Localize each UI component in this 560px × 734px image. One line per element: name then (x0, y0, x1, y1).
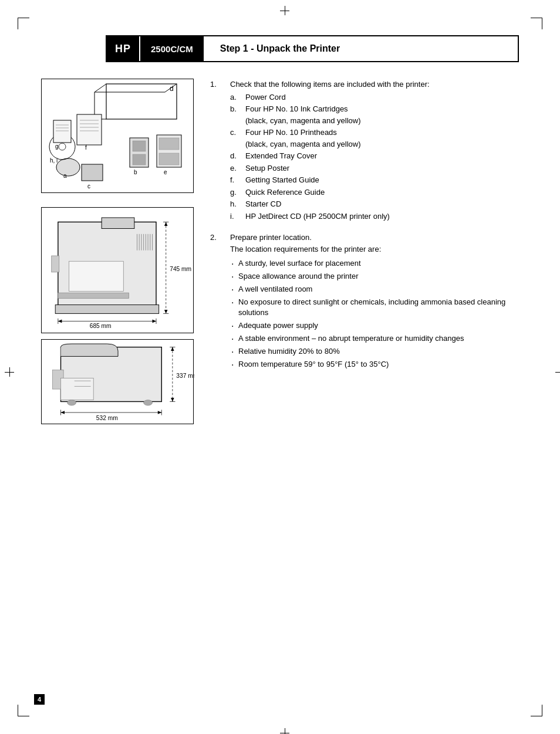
svg-marker-64 (61, 411, 65, 414)
svg-point-55 (144, 400, 153, 405)
step-1-subitem: a.Power Cord (230, 92, 519, 103)
svg-rect-27 (55, 305, 158, 314)
svg-rect-51 (61, 378, 94, 400)
bullet-item: A stable environment – no abrupt tempera… (230, 333, 519, 344)
subitem-sub: (black, cyan, magenta and yellow) (245, 115, 361, 127)
header-hp-logo: HP (107, 36, 139, 61)
svg-point-12 (56, 158, 80, 176)
subitem-text: Getting Started Guide (245, 174, 319, 186)
step-1-intro: Check that the following items are inclu… (230, 79, 519, 90)
crop-mark-tl (18, 18, 29, 29)
step-2-item: 2. Prepare printer location. The locatio… (210, 232, 519, 372)
svg-rect-26 (102, 218, 134, 229)
subitem-text: Four HP No. 10 Ink Cartridges(black, cya… (245, 103, 361, 126)
subitem-label: h. (230, 198, 241, 210)
svg-marker-59 (171, 347, 174, 351)
svg-rect-13 (82, 164, 103, 181)
label-b: b (134, 169, 137, 175)
step-1-subitem: b.Four HP No. 10 Ink Cartridges(black, c… (230, 103, 519, 126)
front-dim-svg: 745 mm 685 mm (42, 208, 194, 334)
printer-contents-illustration: d b e a c (41, 79, 194, 193)
step-1-subitem: g.Quick Reference Guide (230, 187, 519, 198)
step-1-sublist: a.Power Cordb.Four HP No. 10 Ink Cartrid… (230, 92, 519, 222)
printer-front-dimension-illustration: 745 mm 685 mm (41, 207, 194, 333)
label-h-i: h, i (50, 157, 58, 164)
step-1-item: 1. Check that the following items are in… (210, 79, 519, 222)
bullet-item: A sturdy, level surface for placement (230, 258, 519, 269)
label-a: a (63, 172, 67, 179)
step-1-subitem: c.Four HP No. 10 Printheads(black, cyan,… (230, 127, 519, 150)
subitem-text: HP JetDirect CD (HP 2500CM printer only) (245, 211, 390, 222)
header-title: Step 1 - Unpack the Printer (204, 43, 518, 54)
step-2-content: Prepare printer location. The location r… (230, 232, 519, 372)
height-dim-label: 745 mm (170, 266, 191, 272)
content-area: d b e a c (41, 79, 519, 424)
depth-dim-svg: 337 mm 532 mm (42, 340, 194, 425)
svg-marker-48 (153, 320, 157, 323)
header-bar: HP 2500C/CM Step 1 - Unpack the Printer (106, 35, 519, 62)
label-f: f (85, 144, 87, 151)
subitem-label: b. (230, 103, 241, 126)
label-c: c (87, 183, 90, 190)
label-g: g (55, 143, 59, 150)
step-2-bullets: A sturdy, level surface for placementSpa… (230, 258, 519, 370)
step-1-subitem: i.HP JetDirect CD (HP 2500CM printer onl… (230, 211, 519, 222)
step-1-content: Check that the following items are inclu… (230, 79, 519, 222)
printer-depth-dimension-illustration: 337 mm 532 mm (41, 339, 194, 424)
subitem-text: Extended Tray Cover (245, 150, 317, 162)
contents-svg: d b e a c (42, 79, 194, 194)
svg-marker-43 (164, 310, 168, 314)
crop-mark-tr (531, 18, 542, 29)
label-d: d (170, 84, 174, 93)
crop-mark-bl (18, 705, 29, 716)
page: HP 2500C/CM Step 1 - Unpack the Printer … (0, 0, 560, 734)
svg-rect-16 (53, 120, 71, 143)
subitem-label: c. (230, 127, 241, 150)
svg-rect-10 (159, 138, 179, 150)
svg-point-54 (68, 400, 76, 405)
subitem-text: Four HP No. 10 Printheads(black, cyan, m… (245, 127, 361, 150)
svg-rect-29 (58, 293, 129, 298)
subitem-label: a. (230, 92, 241, 103)
svg-rect-30 (52, 256, 59, 272)
step-1-subitem: e.Setup Poster (230, 163, 519, 174)
svg-rect-0 (106, 84, 177, 119)
bullet-item: Room temperature 59° to 95°F (15° to 35°… (230, 359, 519, 370)
step-2-number: 2. (210, 232, 223, 372)
svg-line-1 (95, 84, 106, 92)
subitem-text: Starter CD (245, 198, 281, 210)
svg-point-15 (59, 143, 66, 150)
svg-rect-11 (159, 153, 179, 165)
svg-marker-60 (171, 398, 174, 402)
svg-marker-42 (164, 222, 168, 226)
step-1-subitem: h.Starter CD (230, 198, 519, 210)
svg-marker-65 (158, 411, 162, 414)
bullet-item: A well ventilated room (230, 284, 519, 295)
subitem-label: e. (230, 163, 241, 174)
header-model: 2500C/CM (139, 36, 204, 61)
subitem-label: f. (230, 174, 241, 186)
bullet-item: No exposure to direct sunlight or chemic… (230, 297, 519, 319)
subitem-text: Power Cord (245, 92, 286, 103)
subitem-sub: (black, cyan, magenta and yellow) (245, 138, 361, 150)
bullet-item: Space allowance around the printer (230, 271, 519, 282)
subitem-label: d. (230, 150, 241, 162)
width-dim-label: 685 mm (90, 323, 112, 329)
main-list: 1. Check that the following items are in… (210, 79, 519, 372)
step-1-subitem: d.Extended Tray Cover (230, 150, 519, 162)
step-1-subitem: f.Getting Started Guide (230, 174, 519, 186)
svg-rect-7 (133, 141, 146, 151)
subitem-text: Setup Poster (245, 163, 289, 174)
page-number: 4 (34, 694, 45, 705)
svg-rect-20 (77, 114, 102, 145)
step-2-intro: Prepare printer location. (230, 232, 519, 243)
crop-mark-br (531, 705, 542, 716)
depth-height-label: 337 mm (176, 373, 194, 379)
subitem-label: i. (230, 211, 241, 222)
bullet-item: Relative humidity 20% to 80% (230, 346, 519, 357)
step-2-sub-intro: The location requirements for the printe… (230, 243, 519, 255)
svg-rect-8 (133, 154, 146, 165)
label-e: e (164, 169, 167, 175)
illustrations-column: d b e a c (41, 79, 194, 424)
svg-marker-47 (58, 320, 62, 323)
